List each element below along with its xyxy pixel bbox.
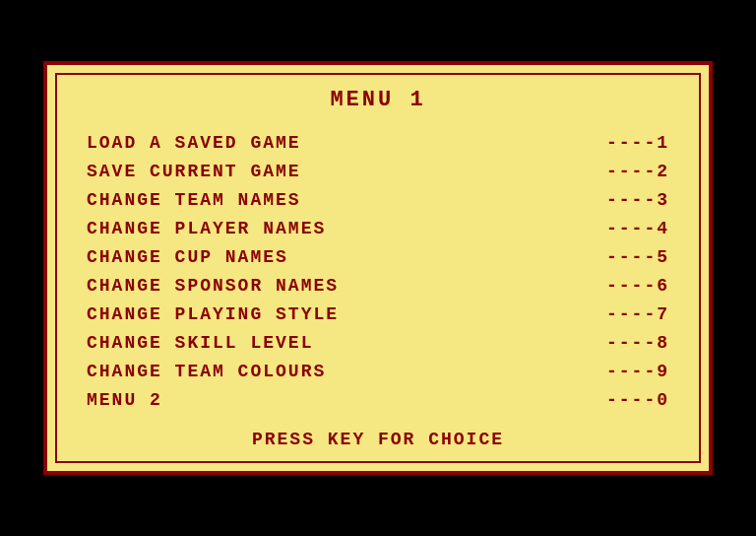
- menu-item-key: ----7: [591, 302, 669, 328]
- menu-item-key: ----1: [591, 130, 669, 157]
- footer-text: PRESS KEY FOR CHOICE: [252, 430, 504, 449]
- menu-items-list: LOAD A SAVED GAME----1SAVE CURRENT GAME-…: [87, 130, 669, 414]
- menu-item[interactable]: CHANGE PLAYING STYLE----7: [87, 302, 669, 328]
- menu-item-label: CHANGE TEAM NAMES: [87, 187, 591, 214]
- menu-item-key: ----5: [591, 244, 669, 271]
- menu-item[interactable]: CHANGE CUP NAMES----5: [87, 244, 669, 271]
- menu-item-label: CHANGE PLAYER NAMES: [87, 216, 591, 242]
- menu-panel: MENU 1 LOAD A SAVED GAME----1SAVE CURREN…: [43, 61, 713, 475]
- menu-item-label: CHANGE PLAYING STYLE: [87, 302, 591, 328]
- menu-item-label: CHANGE TEAM COLOURS: [87, 359, 591, 385]
- menu-item[interactable]: SAVE CURRENT GAME----2: [87, 159, 669, 185]
- menu-item-key: ----3: [591, 187, 669, 214]
- menu-item-label: CHANGE SKILL LEVEL: [87, 330, 591, 357]
- menu-item[interactable]: CHANGE SKILL LEVEL----8: [87, 330, 669, 357]
- menu-item-label: SAVE CURRENT GAME: [87, 159, 591, 185]
- menu-content: MENU 1 LOAD A SAVED GAME----1SAVE CURREN…: [47, 68, 709, 469]
- menu-item-key: ----9: [591, 359, 669, 385]
- menu-item-label: LOAD A SAVED GAME: [87, 130, 591, 157]
- menu-item-key: ----0: [591, 387, 669, 414]
- menu-item[interactable]: LOAD A SAVED GAME----1: [87, 130, 669, 157]
- menu-item[interactable]: CHANGE TEAM COLOURS----9: [87, 359, 669, 385]
- menu-item[interactable]: CHANGE SPONSOR NAMES----6: [87, 273, 669, 300]
- menu-item-label: MENU 2: [87, 387, 591, 414]
- menu-item-label: CHANGE CUP NAMES: [87, 244, 591, 271]
- menu-item-key: ----8: [591, 330, 669, 357]
- menu-item[interactable]: MENU 2----0: [87, 387, 669, 414]
- menu-item-key: ----6: [591, 273, 669, 300]
- menu-title: MENU 1: [330, 88, 425, 112]
- menu-item[interactable]: CHANGE PLAYER NAMES----4: [87, 216, 669, 242]
- menu-item-label: CHANGE SPONSOR NAMES: [87, 273, 591, 300]
- menu-item[interactable]: CHANGE TEAM NAMES----3: [87, 187, 669, 214]
- menu-item-key: ----2: [591, 159, 669, 185]
- menu-item-key: ----4: [591, 216, 669, 242]
